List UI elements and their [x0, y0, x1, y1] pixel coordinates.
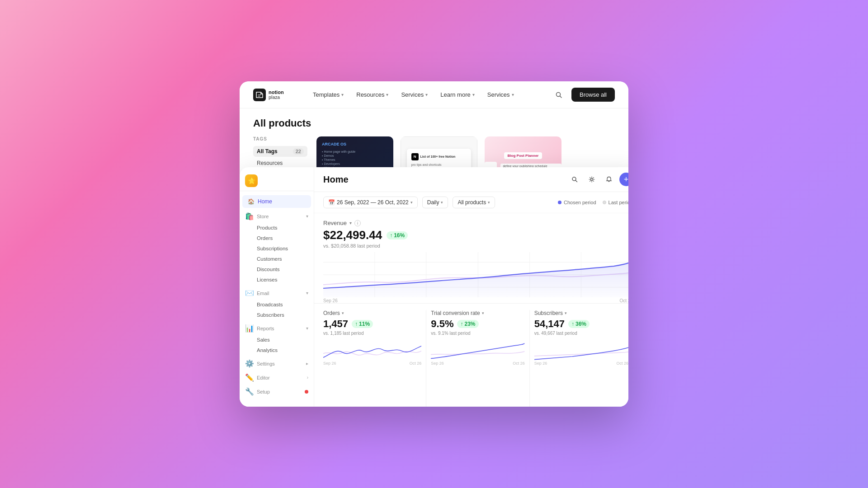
subs-chart-start: Sep 26: [534, 361, 547, 366]
orders-value: 1,457: [323, 318, 348, 330]
editor-icon: ✏️: [245, 373, 254, 382]
trial-chart: [431, 338, 524, 361]
chevron-up-icon: ▾: [306, 291, 308, 296]
sidebar-header: 🌟: [240, 167, 314, 191]
info-icon: i: [354, 220, 361, 226]
sidebar-item-editor[interactable]: ✏️ Editor ›: [240, 370, 314, 384]
sidebar-subitem-subscriptions[interactable]: Subscriptions: [242, 244, 311, 253]
tags-label: TAGS: [253, 136, 307, 141]
nav-services-1[interactable]: Services ▾: [396, 89, 433, 101]
chart-label-end: Oct 26: [620, 298, 628, 303]
sidebar-subitem-broadcasts[interactable]: Broadcasts: [242, 300, 311, 310]
logo-subname: plaza: [269, 95, 284, 100]
sidebar-section-store: 🛍️ Store ▾: [240, 208, 314, 222]
date-range-filter[interactable]: 📅 26 Sep, 2022 — 26 Oct, 2022 ▾: [323, 197, 418, 208]
trial-label: Trial conversion rate: [431, 310, 480, 316]
search-icon[interactable]: [568, 173, 581, 186]
dashboard-title: Home: [323, 174, 349, 185]
navbar: notion plaza Templates ▾ Resources ▾ Ser…: [240, 81, 628, 108]
chevron-down-icon: ▾: [342, 311, 344, 315]
blog-badge: Blog Post Planner: [504, 152, 542, 159]
subscribers-compare: vs. 49,667 last period: [534, 331, 628, 336]
notifications-icon[interactable]: [602, 173, 616, 186]
sidebar-section-settings[interactable]: ⚙️ Settings ▸: [240, 356, 314, 370]
search-icon[interactable]: [552, 88, 566, 102]
revenue-chart: [314, 252, 628, 297]
sidebar-subitem-customers[interactable]: Customers: [242, 254, 311, 264]
sidebar-subitem-products[interactable]: Products: [242, 223, 311, 233]
dashboard-topbar: Home: [314, 167, 628, 192]
frequency-filter[interactable]: Daily ▾: [422, 197, 448, 208]
last-period-label: Last period: [609, 200, 628, 205]
chevron-up-icon: ▾: [306, 326, 308, 331]
chevron-down-icon: ▸: [306, 361, 308, 366]
chevron-down-icon: ▾: [349, 221, 352, 225]
sidebar-section-email: ✉️ Email ▾: [240, 285, 314, 299]
nav-services-2[interactable]: Services ▾: [482, 89, 519, 101]
metrics-grid: Orders ▾ 1,457 ↑ 11% vs. 1,185 last peri…: [314, 303, 628, 407]
chevron-down-icon: ▾: [488, 200, 490, 205]
sidebar-item-home[interactable]: 🏠 Home: [242, 195, 311, 208]
metric-trial-conversion: Trial conversion rate ▾ 9.5% ↑ 23% vs. 9…: [426, 310, 529, 407]
orders-chart-end: Oct 26: [410, 361, 422, 366]
setup-badge: [305, 390, 308, 394]
sidebar-section-reports: 📊 Reports ▾: [240, 320, 314, 334]
subscribers-chart: [534, 338, 628, 361]
settings-label: Settings: [257, 361, 275, 366]
topbar-icons: +: [568, 173, 628, 186]
nav-templates[interactable]: Templates ▾: [307, 89, 349, 101]
browse-all-button[interactable]: Browse all: [571, 88, 615, 102]
subs-chart-end: Oct 26: [616, 361, 628, 366]
period-legend: Chosen period Last period: [558, 200, 628, 205]
subscribers-change: ↑ 36%: [568, 320, 590, 328]
revenue-change-value: 16%: [394, 232, 405, 239]
chevron-down-icon: ▾: [386, 92, 388, 97]
chevron-up-icon: ▾: [306, 214, 308, 219]
settings-icon: ⚙️: [245, 359, 254, 368]
chevron-down-icon: ▾: [565, 311, 567, 315]
settings-icon[interactable]: [585, 173, 599, 186]
subscribers-value: 54,147: [534, 318, 565, 330]
sidebar-subitem-orders[interactable]: Orders: [242, 233, 311, 243]
home-icon: 🏠: [248, 198, 254, 205]
sidebar-item-setup[interactable]: 🔧 Setup: [240, 384, 314, 398]
chevron-down-icon: ▾: [410, 200, 413, 205]
sidebar-subitem-sales[interactable]: Sales: [242, 335, 311, 345]
chevron-down-icon: ▾: [512, 92, 514, 97]
metric-subscribers: Subscribers ▾ 54,147 ↑ 36% vs. 49,667 la…: [530, 310, 628, 407]
plus-button[interactable]: +: [619, 173, 628, 186]
sidebar-subitem-licenses[interactable]: Licenses: [242, 275, 311, 285]
last-period-dot: [603, 201, 606, 204]
orders-compare: vs. 1,185 last period: [323, 331, 421, 336]
svg-line-2: [560, 96, 562, 98]
chosen-period-legend: Chosen period: [558, 200, 596, 205]
reports-label: Reports: [257, 326, 274, 331]
calendar-icon: 📅: [328, 199, 335, 206]
scope-label: All products: [458, 199, 486, 206]
sidebar-subitem-subscribers[interactable]: Subscribers: [242, 310, 311, 320]
metric-orders: Orders ▾ 1,457 ↑ 11% vs. 1,185 last peri…: [323, 310, 426, 407]
sidebar-subitem-analytics[interactable]: Analytics: [242, 345, 311, 355]
last-period-legend: Last period: [603, 200, 628, 205]
chosen-period-dot: [558, 201, 561, 204]
revenue-amount: $22,499.44: [323, 228, 382, 242]
date-range-label: 26 Sep, 2022 — 26 Oct, 2022: [337, 199, 409, 206]
page-title: All products: [253, 117, 615, 129]
chevron-down-icon: ▾: [441, 200, 443, 205]
dashboard-sidebar: 🌟 🏠 Home 🛍️ Store ▾ Products Orders: [240, 167, 314, 407]
trial-chart-end: Oct 26: [513, 361, 525, 366]
nav-resources[interactable]: Resources ▾: [351, 89, 394, 101]
chosen-period-label: Chosen period: [564, 200, 596, 205]
nav-learn-more[interactable]: Learn more ▾: [435, 89, 480, 101]
revenue-section: Revenue ▾ i $22,499.44 ↑ 16% vs. $20,058…: [314, 213, 628, 252]
logo-name: notion: [269, 89, 284, 95]
chevron-down-icon: ▾: [425, 92, 428, 97]
tag-all-tags[interactable]: All Tags 22: [253, 146, 307, 157]
scope-filter[interactable]: All products ▾: [453, 197, 495, 208]
chevron-down-icon: ▾: [341, 92, 344, 97]
chart-labels: Sep 26 Oct 26: [314, 297, 628, 303]
up-icon: ↑: [460, 321, 463, 327]
setup-icon: 🔧: [245, 387, 254, 396]
nav-items: Templates ▾ Resources ▾ Services ▾ Learn…: [307, 89, 538, 101]
sidebar-subitem-discounts[interactable]: Discounts: [242, 264, 311, 274]
